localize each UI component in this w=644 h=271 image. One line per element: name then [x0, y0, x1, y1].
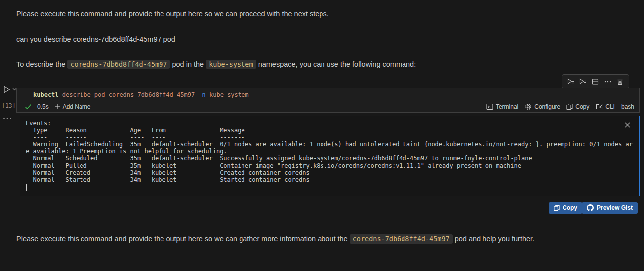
command-args: describe pod coredns-7db6d8ff4d-45m97: [59, 91, 199, 98]
play-icon: [3, 85, 11, 94]
cli-label: CLI: [605, 103, 615, 110]
command-program: kubectl: [33, 91, 59, 98]
command-line[interactable]: kubectl describe pod coredns-7db6d8ff4d-…: [17, 88, 639, 101]
copy-cell-label: Copy: [575, 103, 589, 110]
command-flag: -n: [198, 91, 205, 98]
delete-cell-button[interactable]: [615, 77, 624, 86]
ellipsis-icon: [3, 117, 12, 120]
terminal-icon: [486, 103, 493, 110]
configure-button[interactable]: Configure: [525, 103, 560, 110]
shell-type-label[interactable]: bash: [621, 103, 634, 110]
run-cell-button[interactable]: [3, 85, 17, 94]
text-segment: pod in the: [170, 60, 206, 68]
text-segment: To describe the: [16, 60, 67, 68]
gear-icon: [525, 103, 532, 110]
cli-icon: [596, 103, 603, 110]
copy-icon: [554, 205, 560, 211]
assistant-message-3: Please execute this command and provide …: [16, 235, 534, 243]
output-terminal[interactable]: Events: Type Reason Age From Message ---…: [20, 116, 640, 196]
inline-code-namespace: kube-system: [206, 60, 256, 69]
execution-count: [13]: [2, 102, 16, 109]
run-below-icon: [579, 78, 587, 86]
text-segment: namespace, you can use the following com…: [256, 60, 416, 68]
text-segment: Please execute this command and provide …: [16, 235, 350, 243]
cell-status-bar: 0.5s Add Name: [17, 101, 639, 112]
add-name-label: Add Name: [63, 103, 91, 110]
split-cell-button[interactable]: [591, 77, 600, 86]
more-actions-button[interactable]: [603, 77, 612, 86]
execution-duration: 0.5s: [37, 103, 49, 110]
cli-button[interactable]: CLI: [596, 103, 615, 110]
run-above-icon: [567, 78, 575, 86]
inline-code-pod-name: coredns-7db6d8ff4d-45m97: [67, 60, 170, 69]
terminal-cursor: [26, 184, 27, 191]
notebook-page: Please execute this command and provide …: [0, 0, 644, 271]
terminal-button[interactable]: Terminal: [486, 103, 518, 110]
close-output-button[interactable]: [623, 121, 631, 129]
text-segment: pod and help you further.: [453, 235, 534, 243]
copy-cell-button[interactable]: Copy: [566, 103, 589, 110]
add-name-button[interactable]: Add Name: [54, 103, 91, 110]
shell-name: bash: [621, 103, 634, 110]
split-cell-icon: [591, 78, 599, 86]
terminal-label: Terminal: [496, 103, 518, 110]
output-menu-button[interactable]: [3, 117, 12, 120]
execute-above-button[interactable]: [566, 77, 575, 86]
preview-gist-button[interactable]: Preview Gist: [582, 202, 638, 214]
copy-output-button[interactable]: Copy: [549, 202, 582, 214]
assistant-message-2: To describe the coredns-7db6d8ff4d-45m97…: [16, 60, 416, 68]
ellipsis-icon: [604, 78, 612, 86]
close-icon: [625, 122, 630, 128]
user-message: can you describe coredns-7db6d8ff4d-45m9…: [16, 35, 175, 43]
success-check-icon: [25, 104, 32, 110]
terminal-output-text: Events: Type Reason Age From Message ---…: [20, 116, 639, 187]
copy-icon: [566, 103, 573, 110]
code-cell: kubectl describe pod coredns-7db6d8ff4d-…: [16, 88, 640, 113]
execute-below-button[interactable]: [579, 77, 588, 86]
assistant-message-1: Please execute this command and provide …: [16, 10, 329, 18]
configure-label: Configure: [534, 103, 560, 110]
copy-button-label: Copy: [563, 204, 577, 211]
inline-code-pod-name: coredns-7db6d8ff4d-45m97: [350, 234, 453, 244]
github-icon: [587, 204, 594, 211]
trash-icon: [616, 78, 624, 86]
preview-gist-label: Preview Gist: [597, 204, 633, 211]
cell-toolbar: [562, 74, 629, 89]
plus-icon: [54, 104, 60, 110]
command-args-2: kube-system: [206, 91, 249, 98]
